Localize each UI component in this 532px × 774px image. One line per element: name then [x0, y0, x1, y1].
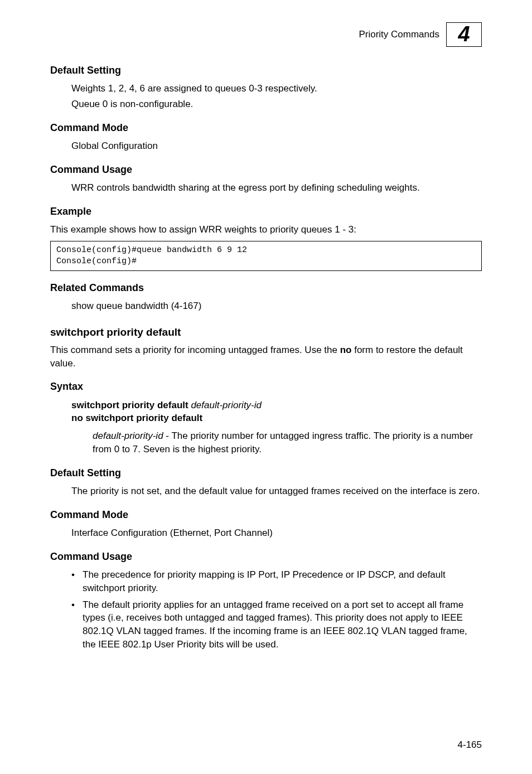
- syntax-desc-italic: default-priority-id: [93, 430, 163, 441]
- syntax-line1: switchport priority default default-prio…: [50, 399, 482, 412]
- syntax-line1-italic: default-priority-id: [191, 400, 262, 410]
- command-title-switchport: switchport priority default: [50, 325, 482, 340]
- example-head: Example: [50, 205, 482, 219]
- syntax-line2: no switchport priority default: [50, 412, 482, 425]
- intro-bold: no: [340, 345, 352, 355]
- command-mode-head-1: Command Mode: [50, 121, 482, 135]
- default-setting-head-2: Default Setting: [50, 466, 482, 480]
- syntax-line2-bold: no switchport priority default: [71, 413, 202, 423]
- command-usage-head-2: Command Usage: [50, 550, 482, 564]
- command-mode-body-1: Global Configuration: [71, 139, 482, 153]
- command-usage-bullet-1: The precedence for priority mapping is I…: [71, 568, 482, 595]
- intro-pre: This command sets a priority for incomin…: [50, 345, 340, 355]
- example-code: Console(config)#queue bandwidth 6 9 12 C…: [50, 241, 482, 272]
- page-header: Priority Commands 4: [50, 22, 482, 47]
- command-usage-body-1: WRR controls bandwidth sharing at the eg…: [71, 181, 482, 195]
- chapter-number-box: 4: [446, 22, 482, 47]
- related-commands-head: Related Commands: [50, 281, 482, 295]
- command-mode-body-2: Interface Configuration (Ethernet, Port …: [71, 526, 482, 540]
- default-setting-line1: Weights 1, 2, 4, 6 are assigned to queue…: [71, 82, 482, 95]
- default-setting-head-1: Default Setting: [50, 64, 482, 78]
- example-intro: This example shows how to assign WRR wei…: [50, 223, 482, 236]
- page-number: 4-165: [458, 738, 482, 752]
- syntax-head: Syntax: [50, 380, 482, 394]
- command-usage-head-1: Command Usage: [50, 163, 482, 177]
- command-usage-bullet-2: The default priority applies for an unta…: [71, 598, 482, 651]
- command-mode-head-2: Command Mode: [50, 508, 482, 522]
- related-commands-body: show queue bandwidth (4-167): [71, 299, 482, 313]
- command-usage-list: The precedence for priority mapping is I…: [50, 568, 482, 651]
- syntax-desc: default-priority-id - The priority numbe…: [50, 429, 482, 456]
- command-intro-switchport: This command sets a priority for incomin…: [50, 344, 482, 370]
- header-title: Priority Commands: [359, 28, 439, 41]
- syntax-line1-bold: switchport priority default: [71, 400, 191, 410]
- default-setting-line2: Queue 0 is non-configurable.: [71, 98, 482, 111]
- default-setting-body-2: The priority is not set, and the default…: [71, 485, 482, 498]
